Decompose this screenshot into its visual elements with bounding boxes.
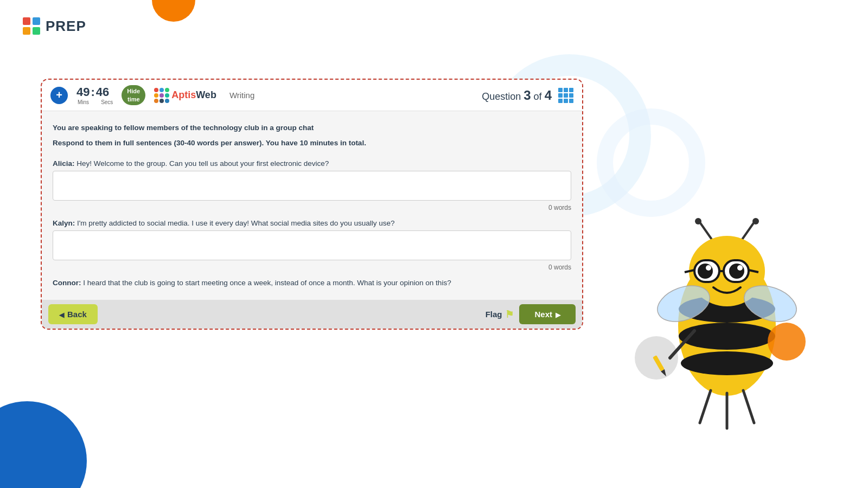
deco-orange-top: [152, 0, 195, 22]
logo-icon: [22, 16, 41, 36]
svg-rect-2: [23, 27, 30, 35]
svg-point-5: [695, 218, 701, 224]
flag-button[interactable]: Flag ⚑: [486, 309, 514, 320]
question-block-2: Kalyn: I'm pretty addicted to social med…: [53, 219, 571, 271]
instruction-line1: You are speaking to fellow members of th…: [53, 122, 571, 134]
next-chevron: [556, 310, 560, 319]
logo-text: PREP: [46, 18, 86, 35]
hide-time-button[interactable]: Hide time: [122, 85, 145, 105]
timer-wrapper: 49 : 46 Mins Secs: [76, 85, 113, 105]
question-block-3: Connor: I heard that the club is going t…: [53, 279, 571, 287]
svg-line-29: [743, 390, 754, 423]
aptis-name: AptisWeb: [171, 89, 216, 101]
timer-secs: 46: [96, 85, 109, 99]
bee-mascot: [640, 217, 814, 445]
next-button[interactable]: Next: [519, 304, 576, 324]
plus-button[interactable]: +: [50, 87, 68, 104]
answer-box-wrap-2: 0 words: [53, 230, 571, 271]
svg-point-20: [706, 265, 711, 271]
quiz-header: + 49 : 46 Mins Secs Hide time: [42, 80, 582, 111]
svg-point-11: [681, 351, 773, 375]
svg-point-7: [752, 218, 759, 224]
svg-point-19: [729, 264, 744, 279]
logo-area: PREP: [22, 16, 86, 36]
aptis-dots: [154, 88, 169, 103]
word-count-2: 0 words: [53, 264, 571, 271]
answer-textarea-1[interactable]: [53, 171, 571, 201]
grid-view-button[interactable]: [558, 88, 573, 103]
deco-arc-2: [597, 108, 705, 217]
quiz-card: + 49 : 46 Mins Secs Hide time: [41, 79, 583, 330]
back-chevron: [59, 310, 64, 319]
svg-point-30: [768, 323, 806, 361]
question-block-1: Alicia: Hey! Welcome to the group. Can y…: [53, 159, 571, 211]
timer-colon: :: [91, 85, 94, 99]
svg-point-10: [679, 323, 775, 350]
deco-blue-circle: [0, 401, 87, 488]
word-count-1: 0 words: [53, 204, 571, 211]
svg-rect-0: [23, 17, 30, 25]
question-prompt-1: Alicia: Hey! Welcome to the group. Can y…: [53, 159, 571, 168]
svg-point-18: [698, 264, 713, 279]
mins-label: Mins: [78, 99, 89, 105]
quiz-content: You are speaking to fellow members of th…: [42, 111, 582, 300]
instruction-line2: Respond to them in full sentences (30-40…: [53, 137, 571, 149]
question-counter: Question 3 of 4: [482, 88, 552, 103]
section-label: Writing: [229, 91, 254, 100]
answer-textarea-2[interactable]: [53, 230, 571, 260]
svg-rect-3: [33, 27, 40, 35]
question-prompt-3: Connor: I heard that the club is going t…: [53, 279, 571, 287]
timer-mins: 49: [76, 85, 90, 99]
answer-box-wrap-1: 0 words: [53, 171, 571, 211]
flag-icon: ⚑: [505, 309, 514, 320]
svg-rect-1: [33, 17, 40, 25]
back-button[interactable]: Back: [48, 304, 98, 324]
quiz-footer: Back Flag ⚑ Next: [42, 300, 582, 329]
question-prompt-2: Kalyn: I'm pretty addicted to social med…: [53, 219, 571, 227]
svg-point-21: [737, 265, 743, 271]
svg-line-27: [700, 390, 711, 423]
svg-rect-25: [653, 355, 665, 371]
secs-label: Secs: [101, 99, 113, 105]
question-info: Question 3 of 4: [482, 88, 573, 103]
bee-svg: [640, 217, 814, 455]
aptis-logo: AptisWeb: [154, 88, 216, 103]
